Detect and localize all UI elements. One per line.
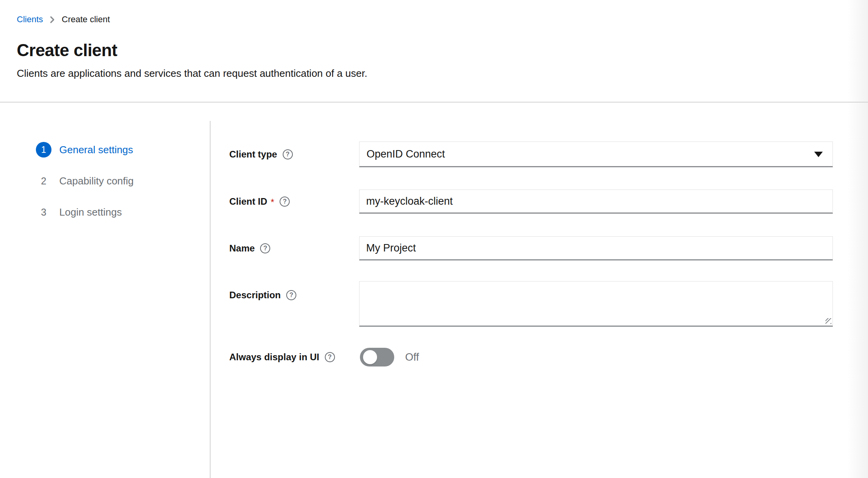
header-divider xyxy=(0,102,868,103)
step-1-badge: 1 xyxy=(36,142,51,158)
client-type-label-group: Client type ? xyxy=(229,149,359,160)
step-2-badge: 2 xyxy=(36,173,51,189)
form-row-name: Name ? xyxy=(229,236,833,260)
description-label: Description xyxy=(229,290,281,301)
client-id-control xyxy=(359,189,833,214)
form-row-always-display: Always display in UI ? Off xyxy=(229,348,833,366)
step-3-label: Login settings xyxy=(59,206,122,218)
help-icon[interactable]: ? xyxy=(325,352,335,362)
always-display-control: Off xyxy=(359,348,833,366)
name-control xyxy=(359,236,833,260)
breadcrumb-current-item: Create client xyxy=(62,14,110,25)
help-icon[interactable]: ? xyxy=(260,243,270,253)
help-icon[interactable]: ? xyxy=(286,290,296,300)
name-label-group: Name ? xyxy=(229,243,359,254)
client-id-input[interactable] xyxy=(359,189,833,214)
wizard-step-general-settings[interactable]: 1 General settings xyxy=(36,142,134,158)
form-row-description: Description ? xyxy=(229,281,833,327)
description-textarea[interactable] xyxy=(359,281,833,327)
wizard-step-capability-config[interactable]: 2 Capability config xyxy=(36,173,134,189)
textarea-resize-handle[interactable] xyxy=(825,318,831,324)
description-label-group: Description ? xyxy=(229,281,359,301)
wizard-step-login-settings[interactable]: 3 Login settings xyxy=(36,204,134,220)
chevron-right-icon xyxy=(50,16,55,23)
client-type-select[interactable]: OpenID Connect xyxy=(359,142,833,167)
client-type-label: Client type xyxy=(229,149,277,160)
form-row-client-id: Client ID * ? xyxy=(229,189,833,214)
step-3-badge: 3 xyxy=(36,204,51,220)
help-icon[interactable]: ? xyxy=(280,197,290,207)
always-display-toggle[interactable] xyxy=(360,348,394,366)
client-id-label: Client ID xyxy=(229,196,267,207)
always-display-label-group: Always display in UI ? xyxy=(229,352,359,363)
client-type-control: OpenID Connect xyxy=(359,142,833,167)
breadcrumb-clients-link[interactable]: Clients xyxy=(17,14,43,25)
help-icon[interactable]: ? xyxy=(283,149,293,159)
wizard-steps-nav: 1 General settings 2 Capability config 3… xyxy=(36,142,134,220)
always-display-label: Always display in UI xyxy=(229,352,319,363)
step-2-label: Capability config xyxy=(59,175,134,187)
breadcrumb: Clients Create client xyxy=(17,14,110,25)
name-label: Name xyxy=(229,243,255,254)
create-client-page: Clients Create client Create client Clie… xyxy=(0,0,868,478)
step-1-label: General settings xyxy=(59,144,133,156)
toggle-state-label: Off xyxy=(405,351,419,363)
toggle-knob xyxy=(363,350,377,364)
wizard-content-divider xyxy=(210,121,211,478)
form-row-client-type: Client type ? OpenID Connect xyxy=(229,142,833,167)
description-control xyxy=(359,281,833,327)
client-id-label-group: Client ID * ? xyxy=(229,196,359,207)
page-subtitle: Clients are applications and services th… xyxy=(17,67,367,80)
page-title: Create client xyxy=(17,41,117,60)
required-asterisk: * xyxy=(271,197,274,208)
name-input[interactable] xyxy=(359,236,833,260)
client-type-selected-value: OpenID Connect xyxy=(367,148,445,160)
caret-down-icon xyxy=(814,152,823,157)
page-edge-gradient xyxy=(847,0,868,478)
